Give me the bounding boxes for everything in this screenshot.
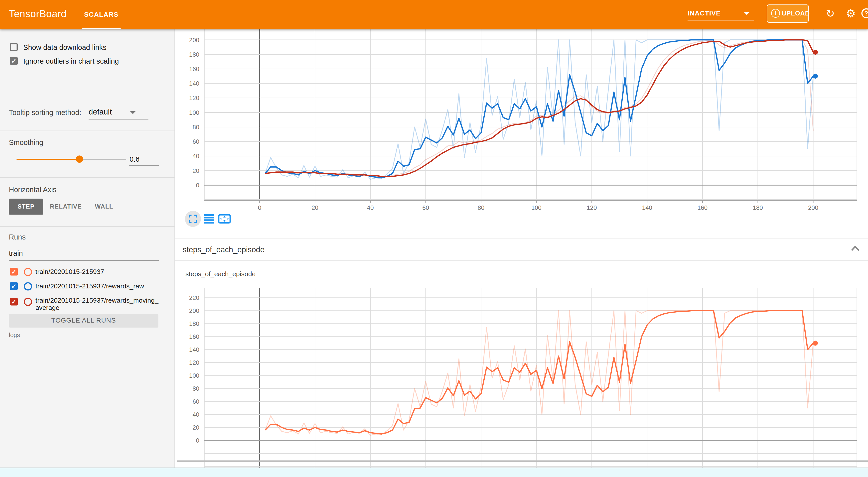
section-title[interactable]: steps_of_each_episode <box>183 245 265 254</box>
upload-button[interactable]: i UPLOAD <box>767 4 809 23</box>
svg-text:60: 60 <box>192 398 199 405</box>
svg-text:100: 100 <box>189 372 199 379</box>
chart-title: steps_of_each_episode <box>185 270 255 278</box>
run-color-circle[interactable] <box>24 298 32 306</box>
run-color-circle[interactable] <box>24 268 32 276</box>
svg-text:80: 80 <box>192 385 199 392</box>
divider <box>175 238 868 238</box>
divider <box>0 177 175 178</box>
tooltip-sort-underline <box>89 119 149 120</box>
svg-text:100: 100 <box>189 109 199 116</box>
run-label: train/20201015-215937/rewards_moving_ave… <box>35 297 159 312</box>
svg-text:60: 60 <box>192 138 199 145</box>
svg-text:20: 20 <box>192 167 199 174</box>
status-dropdown-underline <box>688 20 754 21</box>
runs-filter-underline <box>9 260 159 261</box>
chevron-down-icon <box>130 111 135 114</box>
svg-text:180: 180 <box>753 204 763 211</box>
run-label: train/20201015-215937 <box>35 268 159 276</box>
axis-button-step[interactable]: STEP <box>9 199 43 215</box>
smoothing-slider-fill <box>17 159 80 160</box>
svg-text:100: 100 <box>531 204 541 211</box>
svg-text:40: 40 <box>192 153 199 159</box>
svg-text:80: 80 <box>478 204 485 211</box>
svg-text:160: 160 <box>697 204 708 211</box>
runs-label: Runs <box>9 233 26 241</box>
svg-text:220: 220 <box>189 294 199 301</box>
divider <box>175 260 868 261</box>
tooltip-sort-select[interactable]: default <box>89 107 112 116</box>
horizontal-scrollbar[interactable] <box>0 468 868 477</box>
divider <box>0 226 175 227</box>
svg-text:200: 200 <box>189 307 199 314</box>
run-color-circle[interactable] <box>24 282 32 290</box>
smoothing-value-underline <box>129 165 159 166</box>
svg-text:180: 180 <box>189 51 199 58</box>
svg-text:40: 40 <box>192 411 199 418</box>
ignore-outliers-checkbox[interactable]: ✓ <box>10 57 18 65</box>
runs-filter-input[interactable]: train <box>9 249 23 257</box>
logs-label: logs <box>9 331 20 338</box>
svg-text:120: 120 <box>189 359 199 366</box>
tensorboard-app: TensorBoard SCALARS INACTIVE i UPLOAD ↻ … <box>0 0 868 477</box>
fit-domain-icon[interactable] <box>218 214 231 224</box>
expand-chart-icon[interactable] <box>189 215 197 223</box>
svg-text:200: 200 <box>189 37 199 43</box>
upload-button-label: UPLOAD <box>782 10 810 17</box>
run-checkbox[interactable]: ✓ <box>10 268 18 276</box>
toggle-all-runs-button[interactable]: TOGGLE ALL RUNS <box>9 314 158 327</box>
svg-text:180: 180 <box>189 320 199 327</box>
svg-text:160: 160 <box>189 66 199 72</box>
svg-text:140: 140 <box>642 204 652 211</box>
axis-button-relative[interactable]: RELATIVE <box>48 199 84 215</box>
show-download-links-checkbox[interactable] <box>10 43 18 51</box>
chart-bottom-scrollbar[interactable] <box>177 460 868 462</box>
app-header: TensorBoard SCALARS INACTIVE i UPLOAD ↻ … <box>0 0 868 29</box>
svg-text:0: 0 <box>258 204 261 211</box>
svg-text:0: 0 <box>196 182 199 189</box>
svg-text:160: 160 <box>189 333 199 340</box>
tab-scalars[interactable]: SCALARS <box>80 0 123 29</box>
help-icon[interactable]: ? <box>861 8 868 18</box>
run-checkbox[interactable]: ✓ <box>10 298 18 305</box>
svg-text:20: 20 <box>192 424 199 431</box>
app-title: TensorBoard <box>9 8 66 20</box>
svg-text:200: 200 <box>808 204 818 211</box>
chevron-down-icon <box>744 12 749 15</box>
svg-text:40: 40 <box>367 204 374 211</box>
chart-steps-canvas[interactable]: 020406080100120140160180200220 <box>175 288 868 468</box>
chevron-up-icon[interactable] <box>851 246 860 251</box>
settings-sidebar: Show data download links ✓ Ignore outlie… <box>0 29 175 468</box>
svg-text:60: 60 <box>422 204 429 211</box>
divider <box>0 130 175 131</box>
smoothing-value-input[interactable]: 0.6 <box>129 155 140 163</box>
refresh-icon[interactable]: ↻ <box>826 8 835 19</box>
horizontal-axis-label: Horizontal Axis <box>9 185 56 194</box>
chart-rewards-canvas[interactable]: 0204060801001201401601802000204060801001… <box>175 29 868 227</box>
svg-text:0: 0 <box>196 437 199 444</box>
gear-icon[interactable]: ⚙ <box>846 8 856 19</box>
axis-button-wall[interactable]: WALL <box>91 199 117 215</box>
toggle-y-axis-icon[interactable] <box>204 214 214 224</box>
smoothing-label: Smoothing <box>9 138 43 147</box>
status-dropdown[interactable]: INACTIVE <box>688 8 754 21</box>
svg-text:80: 80 <box>192 124 199 130</box>
tab-active-underline <box>82 28 121 29</box>
status-dropdown-value: INACTIVE <box>688 9 721 17</box>
svg-text:120: 120 <box>189 95 199 101</box>
run-checkbox[interactable]: ✓ <box>10 282 18 290</box>
tooltip-sort-label: Tooltip sorting method: <box>9 108 81 117</box>
ignore-outliers-label: Ignore outliers in chart scaling <box>23 57 119 65</box>
svg-text:140: 140 <box>189 346 199 353</box>
smoothing-slider-thumb[interactable] <box>76 155 83 163</box>
svg-text:20: 20 <box>312 204 318 211</box>
svg-text:120: 120 <box>587 204 597 211</box>
info-icon: i <box>771 9 780 18</box>
show-download-links-label: Show data download links <box>23 43 106 52</box>
svg-text:140: 140 <box>189 80 199 87</box>
run-label: train/20201015-215937/rewards_raw <box>35 283 159 290</box>
